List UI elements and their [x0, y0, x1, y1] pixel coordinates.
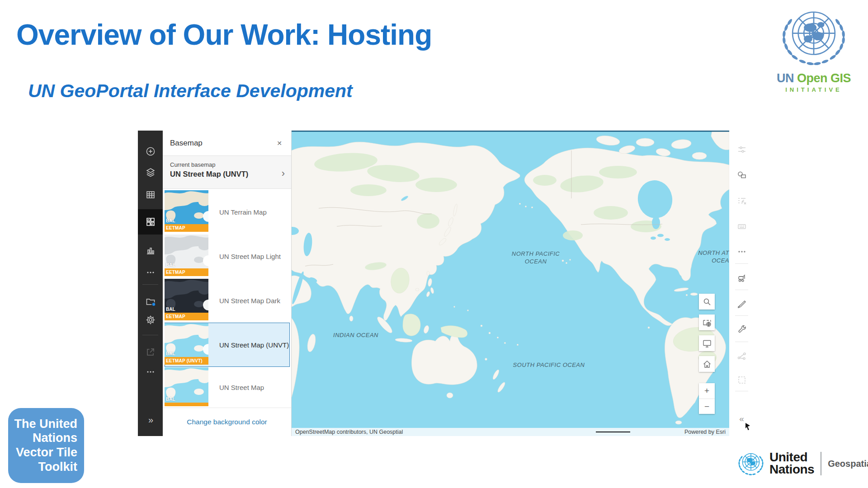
basemap-thumbnail: BAL EETMAP: [165, 235, 208, 276]
pen-icon: [736, 298, 747, 309]
edit-button[interactable]: [729, 295, 754, 313]
sketch-shapes-icon: [736, 169, 747, 180]
geoportal-app-screenshot: » Basemap ✕ Current basemap UN Street Ma…: [138, 131, 754, 436]
un-emblem-icon: [769, 4, 859, 71]
sidebar-divider: [142, 335, 158, 335]
current-basemap-row[interactable]: Current basemap UN Street Map (UNVT) ›: [163, 156, 291, 189]
zoom-in-button[interactable]: +: [699, 383, 715, 399]
map-view[interactable]: NORTH PACIFICOCEAN INDIAN OCEAN SOUTH PA…: [292, 131, 729, 436]
sidebar-save-button[interactable]: [138, 291, 163, 311]
powered-by-esri-text: Powered by Esri: [684, 429, 729, 435]
ellipsis-icon: [145, 366, 156, 377]
table-icon: [145, 189, 156, 200]
panel-title: Basemap: [170, 139, 275, 148]
toolbar-divider: [735, 391, 748, 391]
chevron-right-icon: ›: [282, 168, 285, 179]
badge-line: The United: [8, 417, 77, 432]
change-background-color-link[interactable]: Change background color: [187, 418, 267, 426]
sidebar-share-button[interactable]: [138, 342, 163, 362]
ellipsis-icon: [145, 267, 156, 278]
badge-line: Nations: [8, 431, 77, 446]
basemap-item-terrain[interactable]: BAL EETMAP UN Terrain Map: [165, 190, 290, 234]
ocean-label-south-pacific: SOUTH PACIFIC OCEAN: [513, 361, 585, 369]
thumbnail-banner: EETMAP (UNVT): [165, 357, 208, 365]
open-gis-wordmark: UN Open GIS: [769, 71, 859, 85]
zoom-out-button[interactable]: −: [699, 399, 715, 414]
map-globe-icon: [702, 318, 712, 328]
toolbar-divider: [735, 290, 748, 290]
current-basemap-value: UN Street Map (UNVT): [170, 170, 284, 178]
search-icon: [703, 297, 712, 306]
double-chevron-right-icon: »: [148, 415, 152, 425]
close-icon[interactable]: ✕: [275, 138, 284, 149]
basemap-panel-header: Basemap ✕: [163, 131, 291, 156]
sketch-button[interactable]: [729, 166, 754, 184]
un-geospatial-logo: United Nations Geospatial: [737, 450, 868, 477]
sidebar-table-button[interactable]: [138, 185, 163, 205]
sidebar-basemap-button[interactable]: [138, 209, 163, 235]
basemap-item-street-light[interactable]: BAL EETMAP UN Street Map Light: [165, 234, 290, 278]
toolbar-more-button[interactable]: [729, 243, 754, 261]
home-icon: [702, 359, 712, 369]
wrench-icon: [736, 324, 747, 335]
un-emblem-icon: [737, 450, 765, 477]
sidebar-expand-button[interactable]: »: [138, 410, 163, 430]
basemap-item-street-dark[interactable]: BAL EETMAP UN Street Map Dark: [165, 278, 290, 323]
sidebar-more-button[interactable]: [138, 263, 163, 282]
ocean-label-north-pacific: NORTH PACIFICOCEAN: [512, 250, 560, 265]
sidebar-add-button[interactable]: [138, 141, 163, 161]
thumbnail-banner: EETMAP: [165, 313, 208, 320]
thumbnail-corner-text: BAL: [166, 307, 175, 312]
map-attribution-bar: OpenStreetMap contributors, UN Geosptial…: [292, 428, 729, 436]
map-screen-button[interactable]: [699, 335, 715, 351]
form-grid-icon: [736, 221, 747, 232]
utility-network-button[interactable]: [729, 347, 754, 365]
map-scale-bar: [596, 432, 630, 432]
mouse-cursor: [745, 423, 751, 431]
sidebar-more-button-2[interactable]: [138, 362, 163, 382]
forms-button[interactable]: [729, 217, 754, 235]
tools-button[interactable]: [729, 321, 754, 339]
basemap-item-label: UN Street Map (UNVT): [219, 341, 289, 349]
thumbnail-banner: EETMAP: [165, 268, 208, 276]
basemap-item-label: UN Street Map: [219, 384, 264, 391]
thumbnail-corner-text: BAL: [166, 218, 175, 223]
map-search-button[interactable]: [699, 294, 715, 310]
panel-footer: Change background color: [163, 408, 291, 436]
toolbar-divider: [735, 315, 748, 316]
basemap-item-label: UN Street Map Dark: [219, 297, 280, 305]
basemap-item-street[interactable]: BAL UN Street Map: [165, 367, 290, 408]
right-toolbar: «: [729, 131, 754, 436]
double-chevron-left-icon: «: [739, 414, 744, 424]
basemap-item-street-unvt[interactable]: BAL EETMAP (UNVT) UN Street Map (UNVT): [165, 323, 290, 367]
map-basemap-gallery-button[interactable]: [699, 314, 715, 330]
basemap-thumbnail: BAL EETMAP (UNVT): [165, 323, 208, 365]
analysis-button[interactable]: [729, 269, 754, 287]
basemap-thumbnail: BAL EETMAP: [165, 190, 208, 232]
sidebar-charts-button[interactable]: [138, 240, 163, 260]
bar-chart-icon: [145, 245, 156, 256]
basemap-panel: Basemap ✕ Current basemap UN Street Map …: [163, 131, 292, 436]
sliders-icon: [736, 144, 747, 155]
basemap-thumbnail: BAL: [165, 367, 208, 406]
fx-fields-icon: [736, 196, 747, 206]
basemap-thumbnail: BAL EETMAP: [165, 279, 208, 320]
ocean-label-north-atlantic: NORTH ATOCEA: [690, 249, 729, 264]
basemap-icon: [145, 216, 156, 227]
ocean-label-indian: INDIAN OCEAN: [333, 331, 378, 339]
map-properties-button[interactable]: [729, 141, 754, 159]
app-sidebar: »: [138, 131, 163, 436]
layers-icon: [145, 167, 156, 178]
page-title: Overview of Our Work: Hosting: [16, 18, 432, 52]
map-home-button[interactable]: [699, 356, 715, 372]
basemap-item-label: UN Street Map Light: [219, 253, 281, 260]
toolbar-divider: [735, 342, 748, 342]
current-basemap-label: Current basemap: [170, 161, 284, 168]
sidebar-layers-button[interactable]: [138, 162, 163, 182]
network-nodes-icon: [736, 351, 747, 361]
fields-button[interactable]: [729, 192, 754, 210]
sidebar-settings-button[interactable]: [138, 310, 163, 330]
un-wordmark: United Nations: [769, 451, 814, 475]
select-button[interactable]: [729, 371, 754, 389]
thumbnail-banner: EETMAP: [165, 224, 208, 232]
